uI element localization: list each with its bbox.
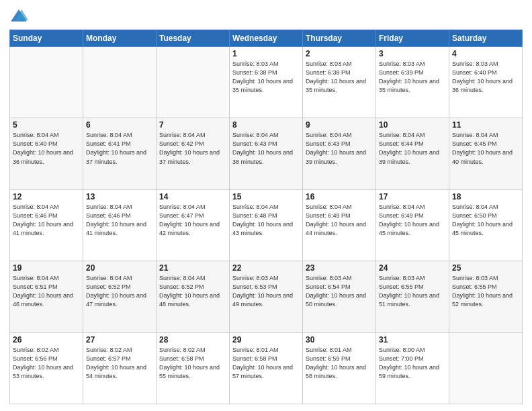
logo bbox=[9, 7, 31, 26]
day-info: Sunrise: 8:04 AM Sunset: 6:42 PM Dayligh… bbox=[159, 131, 226, 166]
calendar-day-cell: 29Sunrise: 8:01 AM Sunset: 6:58 PM Dayli… bbox=[230, 332, 303, 404]
day-number: 3 bbox=[379, 49, 446, 58]
day-info: Sunrise: 8:02 AM Sunset: 6:57 PM Dayligh… bbox=[86, 346, 153, 381]
day-number: 1 bbox=[232, 49, 300, 58]
calendar-day-cell: 24Sunrise: 8:03 AM Sunset: 6:55 PM Dayli… bbox=[376, 261, 449, 332]
day-number: 20 bbox=[86, 263, 153, 273]
day-number: 5 bbox=[13, 120, 80, 130]
calendar-table: SundayMondayTuesdayWednesdayThursdayFrid… bbox=[9, 30, 523, 404]
calendar-day-cell: 6Sunrise: 8:04 AM Sunset: 6:41 PM Daylig… bbox=[83, 118, 157, 189]
day-info: Sunrise: 8:03 AM Sunset: 6:53 PM Dayligh… bbox=[232, 274, 300, 309]
day-of-week-header: Monday bbox=[83, 30, 157, 47]
day-info: Sunrise: 8:03 AM Sunset: 6:40 PM Dayligh… bbox=[452, 60, 519, 95]
day-number: 31 bbox=[379, 335, 446, 345]
day-info: Sunrise: 8:04 AM Sunset: 6:48 PM Dayligh… bbox=[232, 203, 300, 238]
day-of-week-header: Tuesday bbox=[157, 30, 230, 47]
calendar-day-cell: 3Sunrise: 8:03 AM Sunset: 6:39 PM Daylig… bbox=[376, 47, 449, 118]
day-info: Sunrise: 8:04 AM Sunset: 6:52 PM Dayligh… bbox=[86, 274, 153, 309]
day-number: 17 bbox=[379, 192, 446, 201]
calendar-week-row: 12Sunrise: 8:04 AM Sunset: 6:46 PM Dayli… bbox=[10, 189, 523, 261]
calendar-day-cell: 8Sunrise: 8:04 AM Sunset: 6:43 PM Daylig… bbox=[230, 118, 303, 189]
day-info: Sunrise: 8:04 AM Sunset: 6:41 PM Dayligh… bbox=[86, 131, 153, 166]
day-number: 2 bbox=[306, 49, 373, 58]
calendar-day-cell: 14Sunrise: 8:04 AM Sunset: 6:47 PM Dayli… bbox=[157, 189, 230, 261]
day-info: Sunrise: 8:04 AM Sunset: 6:50 PM Dayligh… bbox=[452, 203, 519, 238]
day-info: Sunrise: 8:03 AM Sunset: 6:39 PM Dayligh… bbox=[379, 60, 446, 95]
calendar-week-row: 26Sunrise: 8:02 AM Sunset: 6:56 PM Dayli… bbox=[10, 332, 523, 404]
day-info: Sunrise: 8:01 AM Sunset: 6:59 PM Dayligh… bbox=[306, 346, 373, 381]
calendar-day-cell: 9Sunrise: 8:04 AM Sunset: 6:43 PM Daylig… bbox=[303, 118, 376, 189]
day-number: 16 bbox=[306, 192, 373, 201]
calendar-day-cell: 26Sunrise: 8:02 AM Sunset: 6:56 PM Dayli… bbox=[10, 332, 83, 404]
day-number: 12 bbox=[13, 192, 80, 201]
day-of-week-header: Sunday bbox=[10, 30, 83, 47]
calendar-week-row: 19Sunrise: 8:04 AM Sunset: 6:51 PM Dayli… bbox=[10, 261, 523, 332]
day-info: Sunrise: 8:04 AM Sunset: 6:40 PM Dayligh… bbox=[13, 131, 80, 166]
calendar-day-cell: 11Sunrise: 8:04 AM Sunset: 6:45 PM Dayli… bbox=[449, 118, 523, 189]
day-number: 10 bbox=[379, 120, 446, 130]
calendar-day-cell bbox=[157, 47, 230, 118]
calendar-body: 1Sunrise: 8:03 AM Sunset: 6:38 PM Daylig… bbox=[10, 47, 523, 404]
day-number: 28 bbox=[159, 335, 226, 345]
day-of-week-header: Thursday bbox=[303, 30, 376, 47]
day-info: Sunrise: 8:04 AM Sunset: 6:51 PM Dayligh… bbox=[13, 274, 80, 309]
calendar-week-row: 1Sunrise: 8:03 AM Sunset: 6:38 PM Daylig… bbox=[10, 47, 523, 118]
day-number: 6 bbox=[86, 120, 153, 130]
page: SundayMondayTuesdayWednesdayThursdayFrid… bbox=[0, 0, 532, 411]
day-of-week-header: Saturday bbox=[449, 30, 523, 47]
logo-icon bbox=[9, 7, 28, 26]
day-info: Sunrise: 8:04 AM Sunset: 6:49 PM Dayligh… bbox=[379, 203, 446, 238]
day-of-week-header: Friday bbox=[376, 30, 449, 47]
day-info: Sunrise: 8:04 AM Sunset: 6:52 PM Dayligh… bbox=[159, 274, 226, 309]
day-number: 4 bbox=[452, 49, 519, 58]
day-info: Sunrise: 8:03 AM Sunset: 6:38 PM Dayligh… bbox=[306, 60, 373, 95]
calendar-day-cell: 17Sunrise: 8:04 AM Sunset: 6:49 PM Dayli… bbox=[376, 189, 449, 261]
day-number: 29 bbox=[232, 335, 300, 345]
calendar-day-cell: 28Sunrise: 8:02 AM Sunset: 6:58 PM Dayli… bbox=[157, 332, 230, 404]
calendar-day-cell: 15Sunrise: 8:04 AM Sunset: 6:48 PM Dayli… bbox=[230, 189, 303, 261]
day-number: 18 bbox=[452, 192, 519, 201]
day-number: 9 bbox=[306, 120, 373, 130]
day-info: Sunrise: 8:02 AM Sunset: 6:58 PM Dayligh… bbox=[159, 346, 226, 381]
day-number: 11 bbox=[452, 120, 519, 130]
day-number: 23 bbox=[306, 263, 373, 273]
day-info: Sunrise: 8:04 AM Sunset: 6:46 PM Dayligh… bbox=[13, 203, 80, 238]
calendar-day-cell: 2Sunrise: 8:03 AM Sunset: 6:38 PM Daylig… bbox=[303, 47, 376, 118]
header bbox=[9, 7, 523, 26]
day-info: Sunrise: 8:04 AM Sunset: 6:45 PM Dayligh… bbox=[452, 131, 519, 166]
day-info: Sunrise: 8:04 AM Sunset: 6:43 PM Dayligh… bbox=[306, 131, 373, 166]
day-number: 7 bbox=[159, 120, 226, 130]
day-number: 15 bbox=[232, 192, 300, 201]
day-info: Sunrise: 8:04 AM Sunset: 6:46 PM Dayligh… bbox=[86, 203, 153, 238]
calendar-day-cell: 18Sunrise: 8:04 AM Sunset: 6:50 PM Dayli… bbox=[449, 189, 523, 261]
calendar-day-cell: 27Sunrise: 8:02 AM Sunset: 6:57 PM Dayli… bbox=[83, 332, 157, 404]
calendar-day-cell: 7Sunrise: 8:04 AM Sunset: 6:42 PM Daylig… bbox=[157, 118, 230, 189]
day-of-week-header: Wednesday bbox=[230, 30, 303, 47]
calendar-day-cell bbox=[10, 47, 83, 118]
day-info: Sunrise: 8:03 AM Sunset: 6:55 PM Dayligh… bbox=[452, 274, 519, 309]
calendar-day-cell: 25Sunrise: 8:03 AM Sunset: 6:55 PM Dayli… bbox=[449, 261, 523, 332]
calendar-day-cell: 5Sunrise: 8:04 AM Sunset: 6:40 PM Daylig… bbox=[10, 118, 83, 189]
day-number: 14 bbox=[159, 192, 226, 201]
day-info: Sunrise: 8:04 AM Sunset: 6:47 PM Dayligh… bbox=[159, 203, 226, 238]
calendar-day-cell: 1Sunrise: 8:03 AM Sunset: 6:38 PM Daylig… bbox=[230, 47, 303, 118]
day-info: Sunrise: 8:04 AM Sunset: 6:44 PM Dayligh… bbox=[379, 131, 446, 166]
calendar-day-cell: 19Sunrise: 8:04 AM Sunset: 6:51 PM Dayli… bbox=[10, 261, 83, 332]
day-number: 24 bbox=[379, 263, 446, 273]
calendar-day-cell: 21Sunrise: 8:04 AM Sunset: 6:52 PM Dayli… bbox=[157, 261, 230, 332]
calendar-day-cell: 22Sunrise: 8:03 AM Sunset: 6:53 PM Dayli… bbox=[230, 261, 303, 332]
day-info: Sunrise: 8:03 AM Sunset: 6:54 PM Dayligh… bbox=[306, 274, 373, 309]
calendar-day-cell: 30Sunrise: 8:01 AM Sunset: 6:59 PM Dayli… bbox=[303, 332, 376, 404]
calendar-header-row: SundayMondayTuesdayWednesdayThursdayFrid… bbox=[10, 30, 523, 47]
calendar-day-cell: 10Sunrise: 8:04 AM Sunset: 6:44 PM Dayli… bbox=[376, 118, 449, 189]
calendar-day-cell: 20Sunrise: 8:04 AM Sunset: 6:52 PM Dayli… bbox=[83, 261, 157, 332]
calendar-day-cell: 16Sunrise: 8:04 AM Sunset: 6:49 PM Dayli… bbox=[303, 189, 376, 261]
calendar-week-row: 5Sunrise: 8:04 AM Sunset: 6:40 PM Daylig… bbox=[10, 118, 523, 189]
day-number: 13 bbox=[86, 192, 153, 201]
calendar-day-cell bbox=[449, 332, 523, 404]
day-number: 22 bbox=[232, 263, 300, 273]
day-number: 27 bbox=[86, 335, 153, 345]
calendar-day-cell: 23Sunrise: 8:03 AM Sunset: 6:54 PM Dayli… bbox=[303, 261, 376, 332]
calendar-day-cell: 4Sunrise: 8:03 AM Sunset: 6:40 PM Daylig… bbox=[449, 47, 523, 118]
day-number: 25 bbox=[452, 263, 519, 273]
